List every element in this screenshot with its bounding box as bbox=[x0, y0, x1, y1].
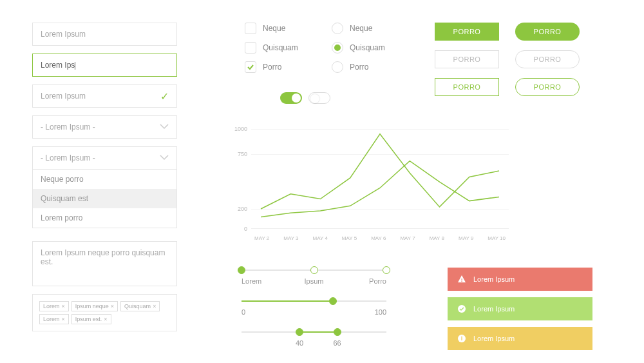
chart-x-tick: MAY 10 bbox=[488, 235, 506, 241]
info-circle-icon: i bbox=[457, 333, 467, 344]
radio-label: Quisquam bbox=[350, 43, 385, 52]
radio-label: Neque bbox=[350, 24, 372, 33]
checkbox[interactable] bbox=[245, 61, 256, 73]
radio[interactable] bbox=[332, 61, 343, 73]
checkbox-label: Porro bbox=[263, 63, 281, 72]
slider-label: Lorem bbox=[242, 277, 261, 285]
text-input-placeholder[interactable]: Lorem Ipsum bbox=[32, 23, 177, 46]
chart-x-tick: MAY 2 bbox=[254, 235, 269, 241]
alert-label: Lorem Ipsum bbox=[473, 305, 515, 313]
dropdown-item[interactable]: Lorem porro bbox=[33, 208, 176, 228]
tag[interactable]: Lorem× bbox=[39, 301, 69, 311]
tag-remove-icon[interactable]: × bbox=[153, 303, 156, 309]
toggle-knob bbox=[292, 93, 301, 103]
dropdown-list: Neque porro Quisquam est Lorem porro bbox=[32, 170, 177, 228]
slider-handle[interactable] bbox=[383, 266, 390, 274]
slider-group: LoremPorroIpsum01004066 bbox=[242, 266, 386, 358]
chart-x-tick: MAY 9 bbox=[459, 235, 473, 241]
slider-handle[interactable] bbox=[329, 297, 337, 305]
slider-handle[interactable] bbox=[310, 266, 318, 274]
toggle-knob bbox=[310, 94, 319, 103]
alert-success: Lorem Ipsum bbox=[448, 297, 592, 320]
slider[interactable]: LoremPorroIpsum bbox=[242, 266, 386, 291]
radio[interactable] bbox=[332, 23, 343, 34]
chart-x-tick: MAY 4 bbox=[313, 235, 328, 241]
tag-remove-icon[interactable]: × bbox=[104, 316, 107, 322]
chart-x-tick: MAY 7 bbox=[400, 235, 415, 241]
slider-handle[interactable] bbox=[296, 328, 303, 336]
select-collapsed[interactable]: - Lorem Ipsum - bbox=[32, 115, 177, 139]
chevron-down-icon bbox=[160, 153, 169, 162]
chart-x-tick: MAY 5 bbox=[342, 235, 357, 241]
alert-group: !Lorem IpsumLorem IpsumiLorem Ipsum bbox=[448, 268, 592, 357]
alert-danger: !Lorem Ipsum bbox=[448, 268, 592, 291]
line-chart: 02007501000 MAY 2MAY 3MAY 4MAY 5MAY 6MAY… bbox=[232, 129, 509, 245]
chart-line bbox=[261, 161, 499, 217]
checkbox-group: NequeQuisquamPorro bbox=[245, 23, 298, 81]
tag-remove-icon[interactable]: × bbox=[111, 303, 114, 309]
chart-x-tick: MAY 3 bbox=[283, 235, 298, 241]
radio-label: Porro bbox=[350, 63, 368, 72]
tag-remove-icon[interactable]: × bbox=[62, 316, 65, 322]
svg-text:!: ! bbox=[461, 277, 463, 283]
checkbox[interactable] bbox=[245, 42, 256, 54]
input-valid-value: Lorem Ipsum bbox=[41, 92, 86, 101]
chart-y-tick: 200 bbox=[232, 206, 247, 212]
checkbox-label: Quisquam bbox=[263, 43, 298, 52]
tag[interactable]: Quisquam× bbox=[120, 301, 160, 311]
alert-label: Lorem Ipsum bbox=[473, 335, 515, 342]
button-outline-disabled-pill[interactable]: PORRO bbox=[515, 50, 580, 68]
slider[interactable]: 4066 bbox=[242, 328, 386, 353]
textarea[interactable]: Lorem Ipsum neque porro quisquam est. bbox=[32, 241, 177, 286]
check-circle-icon bbox=[457, 304, 467, 314]
slider-label: 66 bbox=[333, 339, 341, 347]
tag[interactable]: Ipsum est.× bbox=[71, 314, 111, 324]
slider-label: Porro bbox=[369, 277, 386, 285]
alert-label: Lorem Ipsum bbox=[473, 275, 515, 283]
chart-y-tick: 750 bbox=[232, 151, 247, 157]
toggle-group bbox=[280, 92, 330, 104]
radio[interactable] bbox=[332, 42, 343, 54]
dropdown-item[interactable]: Quisquam est bbox=[33, 189, 176, 208]
slider-label: Ipsum bbox=[305, 277, 324, 285]
button-filled[interactable]: PORRO bbox=[435, 23, 499, 41]
button-outline-disabled[interactable]: PORRO bbox=[435, 50, 499, 68]
warning-triangle-icon: ! bbox=[457, 274, 467, 284]
slider-handle[interactable] bbox=[238, 266, 245, 274]
tag[interactable]: Lorem× bbox=[39, 314, 69, 324]
button-outline[interactable]: PORRO bbox=[435, 78, 499, 96]
radio-group: NequeQuisquamPorro bbox=[332, 23, 385, 81]
tag[interactable]: Ipsum neque× bbox=[71, 301, 118, 311]
chevron-down-icon bbox=[160, 123, 169, 132]
chart-y-tick: 0 bbox=[232, 226, 247, 232]
check-icon: ✓ bbox=[160, 90, 169, 103]
toggle-off[interactable] bbox=[308, 92, 330, 104]
chart-y-tick: 1000 bbox=[232, 126, 247, 132]
select-value: - Lorem Ipsum - bbox=[41, 123, 95, 132]
text-input-typing[interactable]: Lorem Ips bbox=[32, 54, 177, 77]
chart-x-tick: MAY 6 bbox=[371, 235, 386, 241]
alert-warning: iLorem Ipsum bbox=[448, 327, 592, 350]
chart-x-tick: MAY 8 bbox=[430, 235, 444, 241]
slider[interactable]: 0100 bbox=[242, 297, 386, 322]
slider-label: 0 bbox=[242, 308, 245, 316]
checkbox-label: Neque bbox=[263, 24, 285, 33]
button-outline-pill[interactable]: PORRO bbox=[515, 78, 580, 96]
button-filled-pill[interactable]: PORRO bbox=[515, 23, 580, 41]
slider-handle[interactable] bbox=[334, 328, 341, 336]
slider-label: 40 bbox=[296, 339, 303, 347]
slider-label: 100 bbox=[375, 308, 386, 316]
tag-remove-icon[interactable]: × bbox=[62, 303, 65, 309]
select-value: - Lorem Ipsum - bbox=[41, 153, 95, 162]
text-input-valid[interactable]: Lorem Ipsum ✓ bbox=[32, 84, 177, 108]
tag-input[interactable]: Lorem×Ipsum neque×Quisquam×Lorem×Ipsum e… bbox=[32, 294, 177, 331]
dropdown-item[interactable]: Neque porro bbox=[33, 170, 176, 189]
svg-text:i: i bbox=[461, 335, 463, 342]
button-group: PORRO PORRO PORRO PORRO PORRO PORRO bbox=[435, 23, 580, 106]
toggle-on[interactable] bbox=[280, 92, 302, 104]
checkbox[interactable] bbox=[245, 23, 256, 34]
select-expanded[interactable]: - Lorem Ipsum - bbox=[32, 146, 177, 170]
